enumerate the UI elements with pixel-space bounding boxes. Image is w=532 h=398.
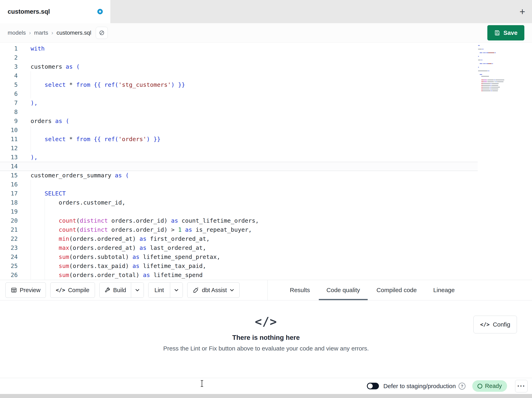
- unsaved-indicator-dot: [97, 9, 103, 14]
- line-number: 4: [0, 71, 18, 80]
- code-text: max(orders.ordered_at) as last_ordered_a…: [31, 243, 206, 252]
- save-button[interactable]: Save: [487, 25, 524, 40]
- code-text: sum(orders.tax_paid) as lifetime_tax_pai…: [31, 261, 206, 271]
- code-line[interactable]: 15customer_orders_summary as (: [0, 171, 478, 180]
- save-floppy-icon: [494, 30, 500, 36]
- dbt-assist-label: dbt Assist: [202, 287, 227, 294]
- tab-results[interactable]: Results: [282, 280, 318, 300]
- wrench-icon: [104, 287, 110, 293]
- code-line[interactable]: 4: [0, 71, 478, 80]
- code-line[interactable]: 26 sum(orders.order_total) as lifetime_s…: [0, 271, 478, 280]
- status-bar: Defer to staging/production ? Ready ···: [0, 378, 532, 394]
- dbt-assist-button[interactable]: dbt Assist: [187, 282, 240, 298]
- code-text: customer_orders_summary as (: [31, 171, 129, 180]
- circle-slash-icon-button[interactable]: [96, 27, 108, 39]
- code-line[interactable]: 10: [0, 126, 478, 135]
- code-line[interactable]: 11 select * from {{ ref('orders') }}: [0, 135, 478, 144]
- minimap[interactable]: [478, 45, 509, 91]
- line-number: 26: [0, 271, 18, 280]
- lint-button-group: Lint: [148, 282, 183, 298]
- code-text: count(distinct orders.order_id) > 1 as i…: [31, 225, 252, 234]
- code-line[interactable]: 7),: [0, 98, 478, 107]
- code-line[interactable]: 13),: [0, 153, 478, 162]
- compile-button[interactable]: </> Compile: [50, 282, 95, 298]
- code-text: select * from {{ ref('orders') }}: [31, 135, 160, 144]
- breadcrumb-marts[interactable]: marts: [34, 30, 48, 36]
- line-number: 22: [0, 234, 18, 243]
- code-quality-panel: </> There is nothing here Press the Lint…: [0, 300, 532, 378]
- empty-state-subtitle: Press the Lint or Fix button above to ev…: [0, 345, 532, 352]
- code-editor[interactable]: 1with23customers as (45 select * from {{…: [0, 42, 532, 280]
- tab-title: customers.sql: [8, 8, 50, 15]
- code-icon: </>: [0, 300, 532, 329]
- code-text: select * from {{ ref('stg_customers') }}: [31, 80, 185, 89]
- breadcrumb-models[interactable]: models: [8, 30, 26, 36]
- defer-toggle[interactable]: [367, 383, 379, 389]
- table-icon: [11, 287, 17, 293]
- lint-button[interactable]: Lint: [148, 283, 170, 298]
- editor-tabbar: customers.sql +: [0, 0, 532, 23]
- file-header-bar: models › marts › customers.sql Save: [0, 23, 532, 42]
- window-bottom-strip: [0, 394, 532, 398]
- code-text: orders as (: [31, 117, 69, 126]
- breadcrumb-separator: ›: [51, 30, 53, 36]
- code-line[interactable]: 18 orders.customer_id,: [0, 198, 478, 207]
- sparkle-pencil-icon: [193, 287, 199, 293]
- code-text: sum(orders.subtotal) as lifetime_spend_p…: [31, 252, 220, 261]
- code-line[interactable]: 12: [0, 144, 478, 153]
- code-line[interactable]: 2: [0, 53, 478, 62]
- code-line[interactable]: 21 count(distinct orders.order_id) > 1 a…: [0, 225, 478, 234]
- lint-dropdown-button[interactable]: [170, 283, 183, 298]
- build-button-group: Build: [99, 282, 144, 298]
- code-text: orders.customer_id,: [31, 198, 125, 207]
- save-button-label: Save: [503, 29, 518, 36]
- code-line[interactable]: 24 sum(orders.subtotal) as lifetime_spen…: [0, 252, 478, 261]
- code-line[interactable]: 14: [0, 162, 478, 171]
- line-number: 3: [0, 62, 18, 71]
- line-number: 1: [0, 44, 18, 53]
- ready-status-badge[interactable]: Ready: [472, 380, 507, 392]
- tab-lineage[interactable]: Lineage: [426, 280, 462, 300]
- code-line[interactable]: 5 select * from {{ ref('stg_customers') …: [0, 80, 478, 89]
- code-line[interactable]: 25 sum(orders.tax_paid) as lifetime_tax_…: [0, 261, 478, 271]
- build-dropdown-button[interactable]: [131, 283, 144, 298]
- config-button[interactable]: </> Config: [474, 316, 517, 333]
- code-line[interactable]: 19: [0, 207, 478, 216]
- line-number: 18: [0, 198, 18, 207]
- code-line[interactable]: 6: [0, 89, 478, 98]
- code-text: with: [31, 44, 45, 53]
- preview-button-label: Preview: [20, 287, 40, 294]
- code-line[interactable]: 20 count(distinct orders.order_id) as co…: [0, 216, 478, 225]
- code-text: ),: [31, 98, 38, 107]
- overflow-menu-button[interactable]: ···: [515, 380, 528, 392]
- code-line[interactable]: 1with: [0, 44, 478, 53]
- code-line[interactable]: 22 min(orders.ordered_at) as first_order…: [0, 234, 478, 243]
- status-ring-icon: [477, 384, 482, 389]
- code-line[interactable]: 17 SELECT: [0, 189, 478, 198]
- help-icon[interactable]: ?: [459, 383, 465, 390]
- tab-compiled-code[interactable]: Compiled code: [369, 280, 424, 300]
- line-number: 20: [0, 216, 18, 225]
- build-button[interactable]: Build: [100, 283, 131, 298]
- code-line[interactable]: 23 max(orders.ordered_at) as last_ordere…: [0, 243, 478, 252]
- code-line[interactable]: 9orders as (: [0, 117, 478, 126]
- preview-button[interactable]: Preview: [6, 282, 46, 298]
- chevron-down-icon: [230, 289, 234, 292]
- circle-slash-icon: [99, 30, 105, 36]
- breadcrumb: models › marts › customers.sql: [8, 30, 91, 36]
- code-line[interactable]: 8: [0, 107, 478, 117]
- code-line[interactable]: 16: [0, 180, 478, 189]
- line-number: 7: [0, 98, 18, 107]
- code-text: min(orders.ordered_at) as first_ordered_…: [31, 234, 210, 243]
- tab-code-quality[interactable]: Code quality: [319, 280, 368, 300]
- editor-tab-customers-sql[interactable]: customers.sql: [0, 0, 111, 23]
- code-text: customers as (: [31, 62, 80, 71]
- code-text: count(distinct orders.order_id) as count…: [31, 216, 259, 225]
- new-tab-button[interactable]: +: [519, 7, 525, 17]
- code-line[interactable]: 3customers as (: [0, 62, 478, 71]
- breadcrumb-separator: ›: [29, 30, 31, 36]
- line-number: 5: [0, 80, 18, 89]
- editor-toolbar: Preview </> Compile Build Lint dbt A: [0, 280, 532, 300]
- line-number: 24: [0, 252, 18, 261]
- breadcrumb-file: customers.sql: [57, 30, 91, 36]
